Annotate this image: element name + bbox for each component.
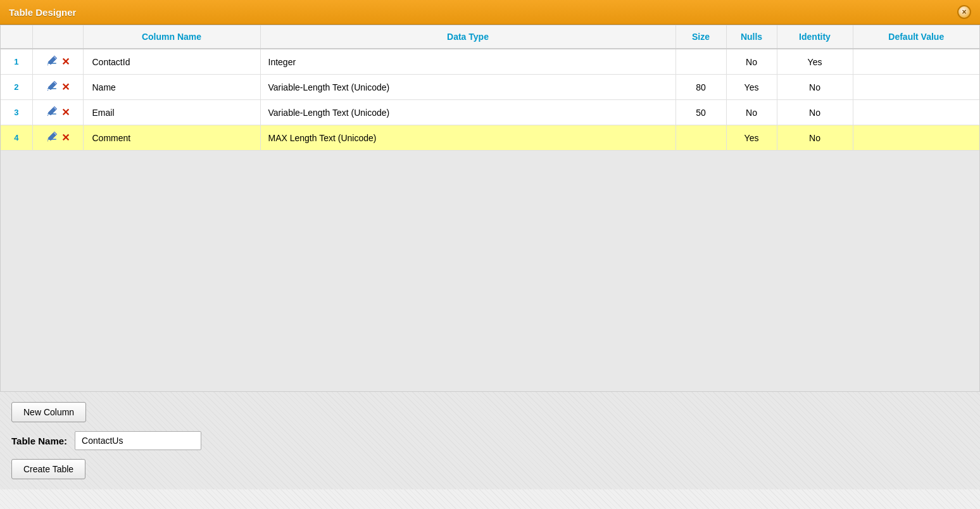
columns-table: Column Name Data Type Size Nulls Identit…	[1, 25, 979, 151]
edit-icon[interactable]	[46, 55, 58, 68]
col-header-column-name: Column Name	[83, 25, 260, 49]
col-header-nulls: Nulls	[726, 25, 777, 49]
main-content: Column Name Data Type Size Nulls Identit…	[0, 25, 980, 509]
delete-icon[interactable]: ✕	[61, 132, 70, 144]
data-type-cell: Integer	[260, 49, 675, 75]
col-header-data-type: Data Type	[260, 25, 675, 49]
bottom-panel: New Column Table Name: Create Table	[0, 392, 980, 489]
identity-cell: No	[777, 100, 853, 125]
size-cell	[675, 125, 726, 151]
table-row: 2 ✕ NameVariable-Length Text (Unicode)80…	[1, 75, 979, 100]
nulls-cell: Yes	[726, 125, 777, 151]
size-cell	[675, 49, 726, 75]
column-name-cell: Email	[83, 100, 260, 125]
create-table-button[interactable]: Create Table	[11, 459, 85, 479]
col-header-actions	[32, 25, 83, 49]
close-button[interactable]: ×	[957, 5, 971, 19]
table-name-input[interactable]	[75, 431, 201, 450]
edit-icon[interactable]	[46, 131, 58, 144]
columns-table-container: Column Name Data Type Size Nulls Identit…	[0, 25, 980, 392]
data-type-cell: MAX Length Text (Unicode)	[260, 125, 675, 151]
identity-cell: No	[777, 75, 853, 100]
table-designer-window: Table Designer × Column Name Data Type S…	[0, 0, 980, 509]
svg-line-3	[47, 90, 48, 91]
default-value-cell	[853, 100, 979, 125]
svg-line-1	[47, 65, 48, 65]
delete-icon[interactable]: ✕	[61, 81, 70, 93]
edit-icon[interactable]	[46, 106, 58, 119]
default-value-cell	[853, 125, 979, 151]
column-name-cell: Name	[83, 75, 260, 100]
row-actions: ✕	[32, 49, 83, 75]
identity-cell: No	[777, 125, 853, 151]
row-number: 3	[1, 100, 32, 125]
nulls-cell: Yes	[726, 75, 777, 100]
new-column-button[interactable]: New Column	[11, 402, 86, 422]
data-type-cell: Variable-Length Text (Unicode)	[260, 100, 675, 125]
column-name-cell: Comment	[83, 125, 260, 151]
row-number: 2	[1, 75, 32, 100]
data-type-cell: Variable-Length Text (Unicode)	[260, 75, 675, 100]
row-number: 4	[1, 125, 32, 151]
delete-icon[interactable]: ✕	[61, 56, 70, 68]
delete-icon[interactable]: ✕	[61, 106, 70, 118]
col-header-identity: Identity	[777, 25, 853, 49]
svg-line-5	[47, 115, 48, 116]
row-number: 1	[1, 49, 32, 75]
window-title: Table Designer	[9, 7, 76, 18]
size-cell: 80	[675, 75, 726, 100]
nulls-cell: No	[726, 100, 777, 125]
table-header-row: Column Name Data Type Size Nulls Identit…	[1, 25, 979, 49]
nulls-cell: No	[726, 49, 777, 75]
col-header-size: Size	[675, 25, 726, 49]
table-name-row: Table Name:	[11, 431, 969, 450]
row-actions: ✕	[32, 100, 83, 125]
default-value-cell	[853, 75, 979, 100]
edit-icon[interactable]	[46, 80, 58, 94]
row-actions: ✕	[32, 125, 83, 151]
title-bar: Table Designer ×	[0, 0, 980, 25]
table-name-label: Table Name:	[11, 436, 67, 446]
col-header-number	[1, 25, 32, 49]
row-actions: ✕	[32, 75, 83, 100]
column-name-cell: ContactId	[83, 49, 260, 75]
table-row: 3 ✕ EmailVariable-Length Text (Unicode)5…	[1, 100, 979, 125]
identity-cell: Yes	[777, 49, 853, 75]
default-value-cell	[853, 49, 979, 75]
table-row: 4 ✕ CommentMAX Length Text (Unicode)YesN…	[1, 125, 979, 151]
col-header-default-value: Default Value	[853, 25, 979, 49]
table-row: 1 ✕ ContactIdIntegerNoYes	[1, 49, 979, 75]
svg-line-7	[47, 141, 48, 141]
size-cell: 50	[675, 100, 726, 125]
